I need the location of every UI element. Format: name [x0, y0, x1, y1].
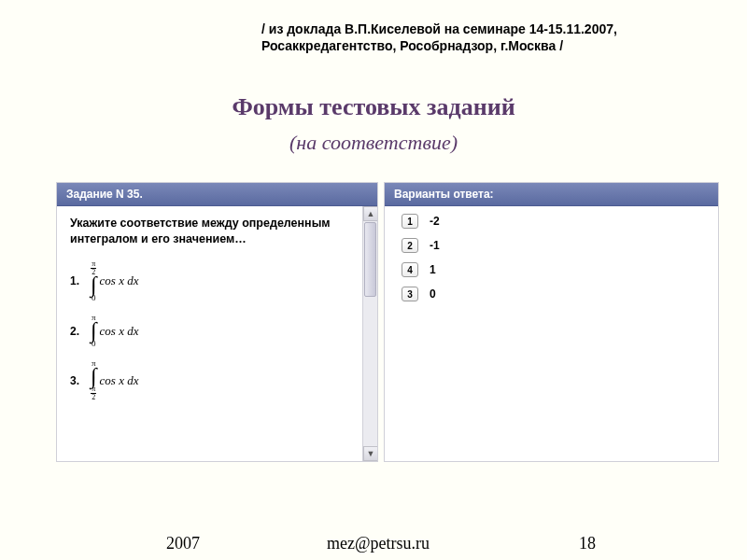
answer-box[interactable]: 4 [402, 262, 418, 277]
answer-row[interactable]: 1 -2 [398, 214, 705, 229]
answer-value: -2 [430, 215, 440, 228]
scroll-down-button[interactable]: ▼ [363, 446, 377, 461]
answer-box[interactable]: 1 [402, 214, 418, 229]
scroll-up-button[interactable]: ▲ [363, 206, 377, 221]
answer-row[interactable]: 3 0 [398, 287, 705, 301]
answer-box[interactable]: 3 [402, 287, 418, 301]
question-panel-body: Укажите соответствие между определенным … [57, 206, 377, 461]
answers-panel-body: 1 -2 2 -1 4 1 3 0 [385, 206, 718, 461]
footer-email: mez@petrsu.ru [327, 534, 430, 553]
slide-subtitle: (на соответствие) [0, 131, 747, 155]
footer-page-number: 18 [579, 534, 596, 553]
content-panels: Задание N 35. Укажите соответствие между… [56, 182, 719, 462]
answer-value: -1 [430, 239, 440, 252]
question-prompt: Укажите соответствие между определенным … [70, 216, 357, 247]
scrollbar[interactable]: ▲ ▼ [362, 206, 377, 461]
question-item: 1. π2 ∫ 0 cos x dx [70, 260, 357, 302]
integral-expression: π ∫ 0 cos x dx [91, 314, 138, 348]
answer-value: 1 [430, 263, 436, 276]
question-number: 2. [70, 325, 91, 338]
question-item: 3. π ∫ π2 cos x dx [70, 359, 357, 401]
answers-panel-header: Варианты ответа: [385, 183, 718, 206]
answer-row[interactable]: 2 -1 [398, 238, 705, 253]
answer-value: 0 [430, 287, 436, 301]
scroll-thumb[interactable] [364, 222, 376, 297]
question-panel-header: Задание N 35. [57, 183, 377, 206]
integral-expression: π2 ∫ 0 cos x dx [91, 260, 138, 302]
answers-panel: Варианты ответа: 1 -2 2 -1 4 1 3 0 [384, 182, 719, 462]
question-number: 1. [70, 274, 91, 287]
question-panel: Задание N 35. Укажите соответствие между… [56, 182, 378, 462]
answer-row[interactable]: 4 1 [398, 262, 705, 277]
answer-box[interactable]: 2 [402, 238, 418, 253]
integral-expression: π ∫ π2 cos x dx [91, 359, 138, 401]
slide-title: Формы тестовых заданий [0, 93, 747, 121]
question-item: 2. π ∫ 0 cos x dx [70, 314, 357, 348]
source-note: / из доклада В.П.Киселевой на семинаре 1… [261, 21, 719, 54]
footer-year: 2007 [166, 534, 200, 553]
question-number: 3. [70, 374, 91, 387]
